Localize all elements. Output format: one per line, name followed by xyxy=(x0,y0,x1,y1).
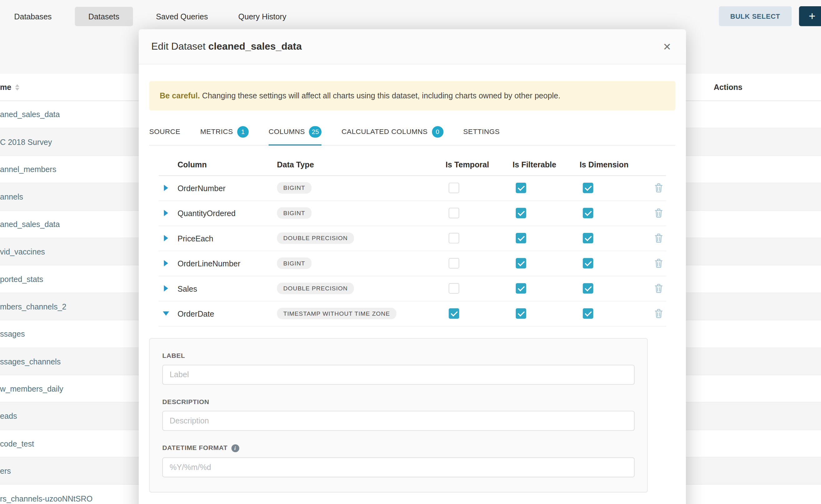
columns-rows: OrderNumber BIGINT QuantityOrdered BIGIN… xyxy=(159,176,666,327)
column-row: OrderDate TIMESTAMP WITHOUT TIME ZONE xyxy=(159,301,666,326)
datetime-format-label-text: DATETIME FORMAT xyxy=(162,444,228,452)
delete-column-button[interactable] xyxy=(654,207,664,219)
temporal-checkbox[interactable] xyxy=(449,309,459,319)
column-row: PriceEach DOUBLE PRECISION xyxy=(159,226,666,251)
sort-icon[interactable] xyxy=(15,84,19,90)
warning-banner-bold: Be careful. xyxy=(160,91,200,100)
dataset-link[interactable]: vid_vaccines xyxy=(0,247,45,256)
temporal-checkbox[interactable] xyxy=(449,208,459,219)
actions-column-header: Actions xyxy=(714,83,742,91)
description-form-group: DESCRIPTION xyxy=(162,398,635,431)
top-nav-tabs: Databases Datasets Saved Queries Query H… xyxy=(7,7,294,26)
columns-table: Column Data Type Is Temporal Is Filterab… xyxy=(159,153,666,326)
temporal-checkbox[interactable] xyxy=(449,258,459,269)
column-type-pill: DOUBLE PRECISION xyxy=(277,283,354,294)
screen: Databases Datasets Saved Queries Query H… xyxy=(0,0,821,504)
expand-caret-icon[interactable] xyxy=(164,285,168,292)
expand-caret-icon[interactable] xyxy=(164,235,168,241)
nav-item[interactable]: Saved Queries xyxy=(149,7,215,26)
datetime-format-form-group: DATETIME FORMAT i xyxy=(162,444,635,477)
column-detail-panel: LABEL DESCRIPTION DATETIME FORMAT i xyxy=(149,338,648,492)
delete-column-button[interactable] xyxy=(654,182,664,194)
expand-caret-icon[interactable] xyxy=(164,210,168,216)
dimension-checkbox[interactable] xyxy=(583,208,593,219)
filterable-checkbox[interactable] xyxy=(516,233,527,244)
column-type-pill: BIGINT xyxy=(277,258,311,269)
column-type-pill: TIMESTAMP WITHOUT TIME ZONE xyxy=(277,308,396,319)
bulk-select-button[interactable]: BULK SELECT xyxy=(719,6,792,26)
delete-column-button[interactable] xyxy=(654,258,664,269)
columns-table-header: Column Data Type Is Temporal Is Filterab… xyxy=(159,153,666,176)
modal-tab[interactable]: SETTINGS xyxy=(463,126,500,146)
expand-caret-icon[interactable] xyxy=(164,185,168,191)
datetime-format-field-label: DATETIME FORMAT i xyxy=(162,444,635,452)
dimension-checkbox[interactable] xyxy=(583,283,593,294)
dataset-link[interactable]: ported_stats xyxy=(0,274,43,283)
dataset-link[interactable]: ssages_channels xyxy=(0,357,61,366)
nav-item-label: Databases xyxy=(14,12,52,21)
top-nav-right: BULK SELECT + xyxy=(719,6,821,26)
modal-tab[interactable]: SOURCE xyxy=(149,126,180,146)
dataset-link[interactable]: annels xyxy=(0,192,23,201)
label-form-group: LABEL xyxy=(162,352,635,385)
trash-icon xyxy=(655,183,663,193)
delete-column-button[interactable] xyxy=(654,283,664,294)
dataset-link[interactable]: ers xyxy=(0,467,11,475)
filterable-checkbox[interactable] xyxy=(516,258,527,269)
dimension-checkbox[interactable] xyxy=(583,258,593,269)
temporal-checkbox[interactable] xyxy=(449,233,459,244)
dataset-link[interactable]: rs_channels-uzooNNtSRO xyxy=(0,494,92,503)
dataset-link[interactable]: mbers_channels_2 xyxy=(0,302,66,311)
nav-item[interactable]: Datasets xyxy=(75,7,133,26)
add-dataset-button[interactable]: + xyxy=(799,6,821,26)
dimension-checkbox[interactable] xyxy=(583,183,593,193)
plus-icon: + xyxy=(809,9,816,23)
tab-badge: 1 xyxy=(237,126,249,138)
expand-caret-icon[interactable] xyxy=(164,260,168,266)
label-input[interactable] xyxy=(162,365,635,385)
expand-caret-icon[interactable] xyxy=(163,312,169,316)
modal-tab[interactable]: CALCULATED COLUMNS 0 xyxy=(341,126,443,146)
filterable-checkbox[interactable] xyxy=(516,208,527,219)
description-input[interactable] xyxy=(162,411,635,431)
header-is-dimension: Is Dimension xyxy=(580,160,653,169)
tab-label: COLUMNS xyxy=(269,128,305,136)
temporal-checkbox[interactable] xyxy=(449,183,459,193)
dataset-link[interactable]: C 2018 Survey xyxy=(0,137,52,146)
modal-tab[interactable]: COLUMNS 25 xyxy=(269,126,322,146)
delete-column-button[interactable] xyxy=(654,308,664,319)
filterable-checkbox[interactable] xyxy=(516,183,527,193)
name-column-header: me xyxy=(0,83,19,91)
column-name: OrderNumber xyxy=(177,184,277,192)
dataset-link[interactable]: aned_sales_data xyxy=(0,110,60,119)
delete-column-button[interactable] xyxy=(654,233,664,244)
dataset-link[interactable]: eads xyxy=(0,412,17,420)
edit-dataset-modal: Edit Dataset cleaned_sales_data ✕ Be car… xyxy=(139,29,686,504)
name-column-header-label: me xyxy=(0,83,11,91)
column-name: OrderLineNumber xyxy=(177,259,277,268)
tab-label: METRICS xyxy=(200,128,233,136)
tab-label: SOURCE xyxy=(149,128,180,136)
dimension-checkbox[interactable] xyxy=(583,233,593,244)
datetime-format-input[interactable] xyxy=(162,457,635,477)
dataset-link[interactable]: ssages xyxy=(0,329,25,338)
dataset-link[interactable]: aned_sales_data xyxy=(0,220,60,229)
modal-tab[interactable]: METRICS 1 xyxy=(200,126,249,146)
filterable-checkbox[interactable] xyxy=(516,283,527,294)
nav-item[interactable]: Databases xyxy=(7,7,59,26)
temporal-checkbox[interactable] xyxy=(449,283,459,294)
dataset-link[interactable]: code_test xyxy=(0,439,34,448)
dimension-checkbox[interactable] xyxy=(583,309,593,319)
nav-item[interactable]: Query History xyxy=(231,7,294,26)
modal-title-dataset-name: cleaned_sales_data xyxy=(208,41,302,52)
tab-badge: 25 xyxy=(309,126,322,138)
top-nav: Databases Datasets Saved Queries Query H… xyxy=(0,0,821,32)
column-row: OrderLineNumber BIGINT xyxy=(159,251,666,276)
filterable-checkbox[interactable] xyxy=(516,309,527,319)
info-icon[interactable]: i xyxy=(231,444,239,452)
trash-icon xyxy=(655,259,663,268)
dataset-link[interactable]: w_members_daily xyxy=(0,384,63,393)
dataset-link[interactable]: annel_members xyxy=(0,165,56,174)
close-icon[interactable]: ✕ xyxy=(661,40,673,54)
modal-body: Be careful. Changing these settings will… xyxy=(139,81,686,492)
